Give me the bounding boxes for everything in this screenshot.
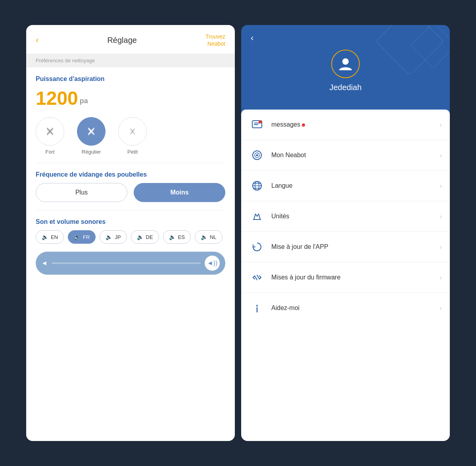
app-update-icon	[249, 239, 265, 255]
langue-icon	[249, 178, 265, 194]
app-container: ‹ Réglage Trouvez Neabot Préférences de …	[20, 19, 456, 447]
fan-petit[interactable]: Petit	[118, 117, 147, 155]
suction-unit: pa	[80, 97, 88, 105]
right-back-button[interactable]: ‹	[251, 33, 440, 43]
unites-chevron: ›	[440, 212, 442, 221]
speaker-icon: 🔈	[42, 234, 48, 240]
svg-line-16	[257, 275, 259, 279]
neabot-icon	[249, 147, 265, 163]
volume-slider[interactable]	[52, 262, 201, 264]
messages-chevron: ›	[440, 121, 442, 129]
section-bar-label: Préférences de nettoyage	[36, 58, 95, 64]
fan-regulier-label: Régulier	[82, 149, 101, 155]
sound-language-options: 🔈 EN 🔈 FR 🔈 JP 🔈 DE 🔈 ES	[36, 230, 225, 244]
menu-label-langue: Langue	[271, 182, 440, 189]
trouvez-neabot-link[interactable]: Trouvez Neabot	[205, 33, 225, 47]
suction-power-value: 1200 pa	[36, 87, 225, 109]
app-update-chevron: ›	[440, 243, 442, 251]
right-menu: messages › Mon Neabot ›	[241, 110, 450, 441]
neabot-chevron: ›	[440, 151, 442, 160]
svg-point-8	[256, 154, 258, 156]
sound-jp[interactable]: 🔈 JP	[100, 230, 127, 244]
firmware-icon	[249, 270, 265, 285]
menu-label-messages: messages	[271, 121, 440, 128]
menu-item-firmware[interactable]: Mises à jour du firmware ›	[241, 262, 450, 293]
trash-title: Fréquence de vidange des poubelles	[36, 171, 225, 178]
speaker-icon-es: 🔈	[169, 234, 176, 240]
fan-regulier[interactable]: Régulier	[77, 117, 106, 155]
help-icon	[249, 300, 265, 316]
left-header: ‹ Réglage Trouvez Neabot	[26, 25, 235, 54]
messages-badge	[302, 123, 305, 127]
fan-fort[interactable]: Fort	[36, 117, 64, 155]
sound-fr[interactable]: 🔈 FR	[68, 230, 96, 244]
help-chevron: ›	[440, 304, 442, 312]
menu-item-help[interactable]: Aidez-moi ›	[241, 293, 450, 323]
sound-en[interactable]: 🔈 EN	[36, 230, 64, 244]
menu-label-unites: Unités	[271, 213, 440, 220]
menu-item-messages[interactable]: messages ›	[241, 110, 450, 140]
left-panel: ‹ Réglage Trouvez Neabot Préférences de …	[26, 25, 235, 441]
fan-fort-label: Fort	[45, 149, 54, 155]
trash-btn-plus[interactable]: Plus	[36, 183, 127, 202]
right-header: ‹ Jedediah	[241, 25, 450, 116]
speaker-icon-fr: 🔈	[74, 234, 81, 240]
menu-item-unites[interactable]: Unités ›	[241, 201, 450, 232]
fan-petit-label: Petit	[127, 149, 138, 155]
menu-item-langue[interactable]: Langue ›	[241, 171, 450, 201]
section-bar: Préférences de nettoyage	[26, 54, 235, 67]
user-icon	[338, 56, 353, 72]
langue-chevron: ›	[440, 182, 442, 190]
firmware-chevron: ›	[440, 273, 442, 282]
volume-min-icon: ◄	[41, 260, 48, 267]
fan-regulier-circle[interactable]	[77, 117, 106, 146]
messages-icon	[249, 117, 265, 133]
fan-options: Fort Régulier	[36, 117, 225, 155]
menu-label-app-update: Mise à jour de l'APP	[271, 243, 440, 250]
sound-de[interactable]: 🔈 DE	[131, 230, 159, 244]
sound-nl[interactable]: 🔈 NL	[195, 230, 223, 244]
svg-point-5	[259, 120, 262, 123]
sound-es[interactable]: 🔈 ES	[163, 230, 191, 244]
speaker-icon-jp: 🔈	[106, 234, 112, 240]
menu-label-mon-neabot: Mon Neabot	[271, 152, 440, 159]
speaker-icon-nl: 🔈	[201, 234, 207, 240]
profile-avatar	[331, 50, 360, 78]
menu-label-help: Aidez-moi	[271, 304, 440, 312]
right-panel: ‹ Jedediah	[241, 25, 450, 441]
svg-point-3	[342, 58, 349, 65]
trash-btn-moins[interactable]: Moins	[134, 183, 225, 202]
volume-slider-container[interactable]: ◄ ◄))	[36, 252, 225, 275]
trash-options: Plus Moins	[36, 183, 225, 202]
menu-label-firmware: Mises à jour du firmware	[271, 274, 440, 281]
svg-point-17	[256, 305, 258, 306]
svg-line-15	[255, 276, 257, 280]
divider-2	[36, 210, 225, 210]
profile-name: Jedediah	[329, 83, 361, 92]
left-title: Réglage	[107, 36, 137, 45]
volume-max-icon: ◄))	[205, 256, 220, 271]
fan-fort-circle[interactable]	[36, 117, 64, 146]
sound-title: Son et volume sonores	[36, 218, 225, 225]
divider-1	[36, 163, 225, 163]
left-content: Puissance d'aspiration 1200 pa	[26, 67, 235, 441]
menu-item-mon-neabot[interactable]: Mon Neabot ›	[241, 140, 450, 171]
profile-section: Jedediah	[251, 50, 440, 100]
speaker-icon-de: 🔈	[137, 234, 144, 240]
suction-title: Puissance d'aspiration	[36, 75, 225, 83]
unites-icon	[249, 208, 265, 224]
left-back-button[interactable]: ‹	[36, 35, 38, 45]
menu-item-app-update[interactable]: Mise à jour de l'APP ›	[241, 232, 450, 262]
fan-petit-circle[interactable]	[118, 117, 147, 146]
